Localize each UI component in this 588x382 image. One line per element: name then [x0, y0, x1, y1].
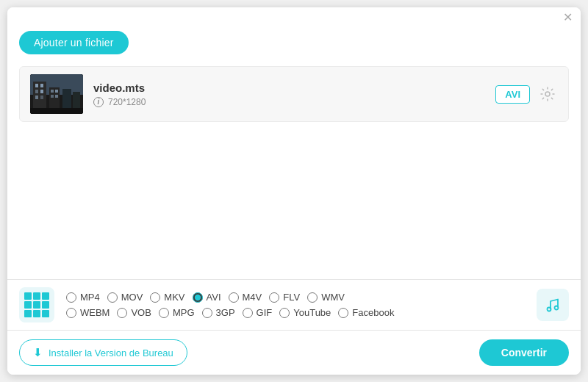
- label-m4v: M4V: [243, 292, 262, 303]
- radio-vob[interactable]: [117, 308, 127, 318]
- svg-rect-16: [30, 108, 83, 114]
- music-icon: [543, 295, 562, 314]
- format-options: MP4 MOV MKV AVI M4V FLV WMV WEBM VOB MPG…: [66, 292, 528, 318]
- main-window: ✕ Ajouter un fichier: [7, 7, 581, 375]
- format-wmv[interactable]: WMV: [307, 292, 345, 303]
- radio-wmv[interactable]: [307, 292, 318, 303]
- format-m4v[interactable]: M4V: [229, 292, 262, 303]
- format-row-2: WEBM VOB MPG 3GP GIF YouTube Facebook: [66, 307, 528, 318]
- convert-button[interactable]: Convertir: [479, 339, 569, 366]
- svg-point-17: [545, 92, 550, 96]
- label-webm: WEBM: [80, 307, 110, 318]
- download-icon: ⬇: [33, 346, 43, 359]
- svg-point-18: [548, 308, 551, 311]
- svg-point-19: [555, 306, 559, 310]
- svg-rect-5: [35, 90, 38, 93]
- install-label: Installer la Version de Bureau: [49, 347, 173, 358]
- format-mkv[interactable]: MKV: [150, 292, 184, 303]
- format-avi[interactable]: AVI: [193, 292, 221, 303]
- label-mkv: MKV: [164, 292, 184, 303]
- file-item: video.mts i 720*1280 AVI: [19, 66, 569, 122]
- label-flv: FLV: [283, 292, 300, 303]
- radio-mp4[interactable]: [66, 292, 76, 303]
- format-row-1: MP4 MOV MKV AVI M4V FLV WMV: [66, 292, 528, 303]
- label-avi: AVI: [207, 292, 221, 303]
- format-3gp[interactable]: 3GP: [202, 307, 235, 318]
- radio-gif[interactable]: [243, 308, 253, 318]
- radio-mpg[interactable]: [159, 308, 169, 318]
- settings-button[interactable]: [537, 84, 558, 104]
- format-mpg[interactable]: MPG: [159, 307, 195, 318]
- svg-rect-4: [40, 84, 43, 87]
- grid-icon: [24, 292, 49, 317]
- file-meta: i 720*1280: [93, 97, 485, 107]
- radio-avi[interactable]: [193, 292, 203, 303]
- file-name: video.mts: [93, 82, 485, 94]
- label-vob: VOB: [131, 307, 151, 318]
- gear-icon: [540, 87, 555, 101]
- file-list-area: video.mts i 720*1280 AVI: [7, 60, 581, 279]
- label-youtube: YouTube: [293, 307, 331, 318]
- add-file-button[interactable]: Ajouter un fichier: [19, 31, 129, 54]
- label-mpg: MPG: [173, 307, 195, 318]
- info-icon: i: [93, 97, 104, 107]
- close-button[interactable]: ✕: [562, 12, 573, 24]
- format-webm[interactable]: WEBM: [66, 307, 110, 318]
- label-wmv: WMV: [321, 292, 345, 303]
- radio-youtube[interactable]: [279, 308, 290, 318]
- radio-webm[interactable]: [66, 308, 76, 318]
- radio-facebook[interactable]: [338, 308, 348, 318]
- svg-rect-12: [51, 95, 54, 98]
- format-vob[interactable]: VOB: [117, 307, 151, 318]
- format-facebook[interactable]: Facebook: [338, 307, 394, 318]
- file-actions: AVI: [495, 84, 558, 104]
- radio-m4v[interactable]: [229, 292, 239, 303]
- file-thumbnail: [30, 74, 83, 114]
- format-icon-box[interactable]: [19, 287, 54, 322]
- format-youtube[interactable]: YouTube: [279, 307, 331, 318]
- radio-flv[interactable]: [269, 292, 279, 303]
- music-icon-box[interactable]: [537, 289, 569, 321]
- install-button[interactable]: ⬇ Installer la Version de Bureau: [19, 339, 187, 366]
- file-resolution: 720*1280: [108, 97, 146, 107]
- title-bar: ✕: [7, 7, 581, 25]
- svg-rect-11: [55, 90, 58, 93]
- radio-mkv[interactable]: [150, 292, 160, 303]
- label-gif: GIF: [257, 307, 273, 318]
- format-gif[interactable]: GIF: [243, 307, 273, 318]
- toolbar: Ajouter un fichier: [7, 25, 581, 60]
- format-bar: MP4 MOV MKV AVI M4V FLV WMV WEBM VOB MPG…: [7, 279, 581, 330]
- svg-rect-10: [51, 90, 54, 93]
- svg-rect-3: [35, 84, 38, 87]
- svg-rect-8: [40, 96, 43, 99]
- radio-3gp[interactable]: [202, 308, 212, 318]
- format-flv[interactable]: FLV: [269, 292, 300, 303]
- svg-rect-7: [35, 96, 38, 99]
- label-mp4: MP4: [80, 292, 100, 303]
- label-mov: MOV: [121, 292, 143, 303]
- format-mov[interactable]: MOV: [107, 292, 143, 303]
- label-facebook: Facebook: [352, 307, 394, 318]
- format-mp4[interactable]: MP4: [66, 292, 100, 303]
- bottom-bar: ⬇ Installer la Version de Bureau Convert…: [7, 330, 581, 375]
- format-badge[interactable]: AVI: [495, 85, 530, 104]
- label-3gp: 3GP: [216, 307, 235, 318]
- svg-rect-13: [55, 95, 58, 98]
- svg-rect-6: [40, 90, 43, 93]
- radio-mov[interactable]: [107, 292, 118, 303]
- file-info: video.mts i 720*1280: [93, 82, 485, 107]
